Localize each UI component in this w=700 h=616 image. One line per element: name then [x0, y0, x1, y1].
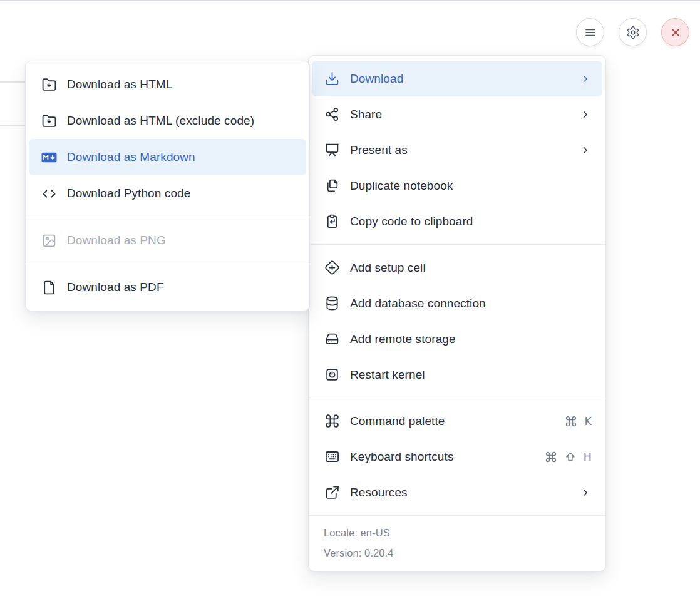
menu-item-present-as[interactable]: Present as: [312, 132, 602, 168]
submenu-item-download-as-png: Download as PNG: [29, 222, 306, 259]
menu-item-restart-kernel[interactable]: Restart kernel: [312, 357, 602, 393]
window-top-border: [0, 0, 700, 1]
menu-item-label: Download as PDF: [67, 280, 164, 294]
close-icon: [669, 26, 682, 39]
menu-item-label: Keyboard shortcuts: [350, 450, 454, 464]
folder-down-icon: [41, 113, 57, 129]
code-icon: [41, 185, 57, 202]
shift-key-icon: [564, 451, 577, 463]
menu-item-label: Share: [350, 108, 382, 121]
menu-item-label: Add database connection: [350, 297, 486, 311]
shortcut-hint: H: [545, 451, 592, 463]
duplicate-icon: [324, 178, 340, 194]
menu-item-label: Download as PNG: [67, 234, 166, 247]
markdown-icon: [41, 149, 57, 165]
menu-footer: Locale: en-US Version: 0.20.4: [309, 515, 605, 571]
submenu-item-download-python-code[interactable]: Download Python code: [29, 175, 306, 212]
chevron-right-icon: [579, 144, 592, 157]
submenu-groups: Download as HTMLDownload as HTML (exclud…: [26, 61, 309, 311]
menu-item-command-palette[interactable]: Command paletteK: [312, 403, 602, 439]
menu-item-label: Add remote storage: [350, 332, 456, 346]
file-icon: [41, 279, 57, 295]
menu-item-add-setup-cell[interactable]: Add setup cell: [312, 250, 602, 285]
folder-down-icon: [41, 76, 57, 93]
menu-item-duplicate-notebook[interactable]: Duplicate notebook: [312, 168, 602, 203]
download-submenu: Download as HTMLDownload as HTML (exclud…: [25, 61, 310, 311]
submenu-item-download-as-pdf[interactable]: Download as PDF: [29, 269, 306, 305]
menu-item-label: Download as HTML (exclude code): [67, 114, 254, 128]
submenu-item-download-as-html[interactable]: Download as HTML: [29, 66, 306, 103]
hamburger-icon: [584, 26, 597, 39]
clipboard-copy-icon: [324, 213, 340, 230]
version-text: Version: 0.20.4: [309, 543, 605, 563]
menu-item-keyboard-shortcuts[interactable]: Keyboard shortcutsH: [312, 439, 602, 475]
menu-group: DownloadSharePresent asDuplicate noteboo…: [309, 56, 605, 244]
menu-item-label: Copy code to clipboard: [350, 215, 473, 228]
submenu-group: Download as PDF: [26, 264, 309, 311]
background-cell-edge-bottom: [0, 125, 26, 126]
menu-group: Command paletteKKeyboard shortcutsHResou…: [309, 398, 605, 515]
menu-item-label: Download as Markdown: [67, 150, 195, 164]
command-key-icon: [545, 451, 557, 463]
submenu-group: Download as PNG: [26, 217, 309, 264]
keyboard-icon: [324, 449, 340, 465]
locale-text: Locale: en-US: [309, 523, 605, 543]
menu-item-label: Download Python code: [67, 187, 190, 200]
menu-item-label: Download as HTML: [67, 78, 172, 91]
menu-item-download[interactable]: Download: [312, 61, 602, 96]
notebook-action-menu: DownloadSharePresent asDuplicate noteboo…: [308, 55, 606, 572]
menu-item-copy-code-to-clipboard[interactable]: Copy code to clipboard: [312, 203, 602, 239]
menu-item-label: Command palette: [350, 414, 445, 428]
notebook-toolbar: [576, 18, 689, 46]
command-key-icon: [565, 415, 577, 428]
menu-item-label: Restart kernel: [350, 368, 425, 382]
database-icon: [324, 295, 340, 312]
menu-groups: DownloadSharePresent asDuplicate noteboo…: [309, 56, 605, 515]
shortcut-hint: K: [565, 415, 592, 428]
power-icon: [324, 367, 340, 383]
menu-item-label: Download: [350, 72, 403, 86]
menu-item-label: Resources: [350, 486, 408, 500]
gear-icon: [626, 26, 640, 39]
submenu-item-download-as-markdown[interactable]: Download as Markdown: [29, 139, 306, 175]
menu-group: Add setup cellAdd database connectionAdd…: [309, 244, 605, 398]
settings-button[interactable]: [619, 18, 647, 46]
chevron-right-icon: [579, 108, 592, 121]
menu-button[interactable]: [576, 18, 604, 46]
close-button[interactable]: [661, 18, 689, 46]
menu-item-add-remote-storage[interactable]: Add remote storage: [312, 321, 602, 357]
command-icon: [324, 413, 340, 429]
external-link-icon: [324, 485, 340, 501]
presentation-icon: [324, 142, 340, 158]
download-icon: [324, 71, 340, 87]
chevron-right-icon: [579, 73, 592, 85]
background-cell-edge-top: [0, 81, 26, 83]
menu-item-share[interactable]: Share: [312, 96, 602, 132]
submenu-group: Download as HTMLDownload as HTML (exclud…: [26, 61, 309, 217]
menu-item-add-database-connection[interactable]: Add database connection: [312, 285, 602, 321]
submenu-item-download-as-html-exclude-code[interactable]: Download as HTML (exclude code): [29, 103, 306, 139]
share-icon: [324, 106, 340, 123]
hard-drive-icon: [324, 331, 340, 347]
menu-item-resources[interactable]: Resources: [312, 475, 602, 510]
diamond-plus-icon: [324, 260, 340, 276]
menu-item-label: Duplicate notebook: [350, 179, 453, 193]
chevron-right-icon: [579, 486, 592, 499]
menu-item-label: Present as: [350, 143, 408, 157]
menu-item-label: Add setup cell: [350, 261, 426, 275]
image-icon: [41, 232, 57, 249]
